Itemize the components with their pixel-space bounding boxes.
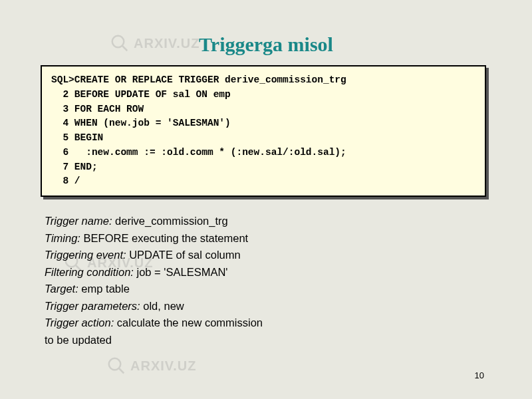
code-line: 6 :new.comm := :old.comm * (:new.sal/:ol… [51, 147, 346, 158]
desc-label: Trigger name: [45, 215, 112, 227]
desc-value: old, new [143, 300, 184, 312]
desc-value: to be updated [45, 334, 112, 346]
code-line: 2 BEFORE UPDATE OF sal ON emp [51, 89, 231, 100]
desc-row-trigger-action: Trigger action: calculate the new commis… [45, 315, 489, 332]
slide-title: Triggerga misol [43, 33, 489, 56]
desc-value: job = 'SALESMAN' [137, 266, 228, 278]
code-box-shadow: SQL>CREATE OR REPLACE TRIGGER derive_com… [43, 68, 489, 200]
code-line: 5 BEGIN [51, 132, 103, 143]
desc-value: emp table [81, 283, 129, 295]
desc-row-triggering-event: Triggering event: UPDATE of sal column [45, 247, 489, 264]
desc-row-filtering-condition: Filtering condition: job = 'SALESMAN' [45, 264, 489, 281]
code-line: 4 WHEN (new.job = 'SALESMAN') [51, 118, 231, 128]
page-number: 10 [475, 370, 484, 380]
code-line: SQL>CREATE OR REPLACE TRIGGER derive_com… [51, 74, 346, 85]
desc-row-trigger-action-cont: to be updated [45, 332, 489, 349]
desc-row-target: Target: emp table [45, 281, 489, 298]
desc-value: UPDATE of sal column [129, 249, 241, 261]
desc-value: BEFORE executing the statement [84, 232, 249, 244]
description-block: Trigger name: derive_commission_trg Timi… [45, 213, 489, 349]
slide-content: Triggerga misol SQL>CREATE OR REPLACE TR… [0, 0, 532, 399]
code-line: 7 END; [51, 162, 98, 172]
desc-row-trigger-parameters: Trigger parameters: old, new [45, 298, 489, 315]
desc-row-trigger-name: Trigger name: derive_commission_trg [45, 213, 489, 230]
code-line: 3 FOR EACH ROW [51, 104, 144, 114]
desc-label: Trigger parameters: [45, 300, 140, 312]
desc-label: Trigger action: [45, 317, 114, 329]
code-box: SQL>CREATE OR REPLACE TRIGGER derive_com… [41, 65, 486, 197]
code-line: 8 / [51, 176, 80, 186]
desc-label: Filtering condition: [45, 266, 134, 278]
desc-label: Triggering event: [45, 249, 126, 261]
desc-label: Target: [45, 283, 78, 295]
desc-row-timing: Timing: BEFORE executing the statement [45, 230, 489, 247]
desc-label: Timing: [45, 232, 80, 244]
desc-value: calculate the new commission [117, 317, 263, 329]
desc-value: derive_commission_trg [115, 215, 228, 227]
